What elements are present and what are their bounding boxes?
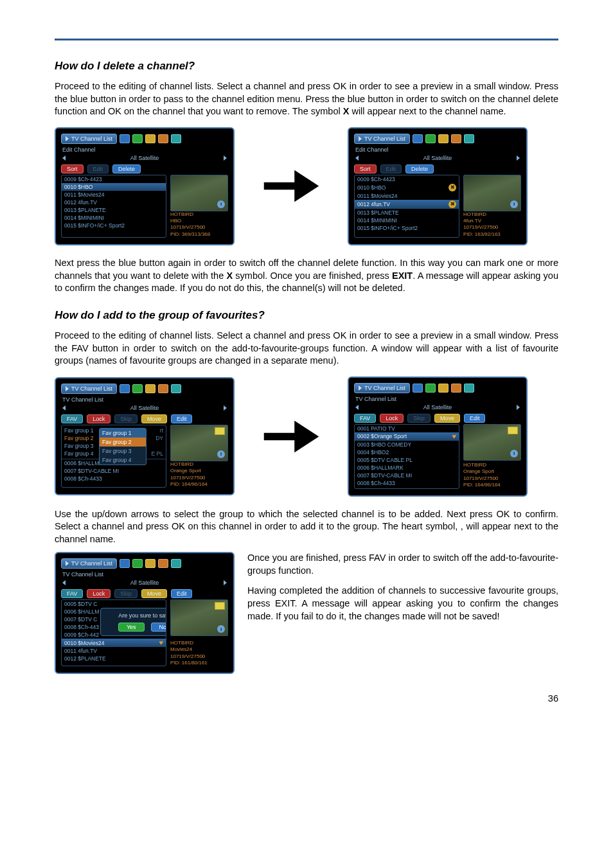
- screenshot-save: TV Channel List TV Channel List All Sate…: [55, 552, 235, 674]
- channel-row: 0007 $DTV-CABLE MI: [62, 467, 166, 475]
- delete-mark-icon: ✖: [449, 200, 456, 208]
- preview-window: i: [170, 425, 228, 461]
- pill-fav: FAV: [354, 414, 376, 423]
- page-top-rule: [55, 39, 558, 40]
- channel-row: 0012 $PLANETE: [62, 655, 166, 662]
- meta-line: PID: 164/96/164: [463, 482, 521, 488]
- channel-row: 0015 $INFO+/iC+ Sport2: [355, 224, 459, 232]
- fav-group: Fav group 4: [64, 450, 93, 457]
- toolbar-icon: [425, 134, 436, 143]
- chevron-right-icon: [224, 405, 227, 411]
- chevron-left-icon: [62, 155, 66, 161]
- satellite-name: All Satellite: [130, 580, 159, 586]
- preview-window: i: [463, 175, 521, 211]
- channel-list: 0009 $Ch-4423 0010 $HBO 0011 $Movies24 0…: [61, 175, 166, 238]
- toolbar-icon: [145, 559, 155, 568]
- info-icon: i: [510, 200, 518, 208]
- dialog-yes-button: Yes: [118, 623, 145, 632]
- toolbar-icon: [145, 384, 155, 393]
- para-fav-mid: Use the up/down arrows to select the gro…: [55, 508, 558, 546]
- toolbar-icon: [451, 134, 461, 143]
- pill-skip: Skip: [114, 414, 138, 423]
- para-delete-after: Next press the blue button again in orde…: [55, 257, 558, 295]
- fav-group-popup: Fav group 1 Fav group 2 Fav group 3 Fav …: [99, 428, 147, 465]
- pill-edit: Edit: [464, 414, 486, 423]
- heart-icon: ♥: [159, 639, 163, 646]
- channel-row: 0015 $INFO+/iC+ Sport2: [62, 222, 166, 229]
- meta-line: 10719/V/27500: [170, 653, 228, 660]
- panel-title: TV Channel List: [62, 396, 228, 403]
- toolbar-icon: [132, 134, 143, 143]
- channel-row: 0014 $MINIMINI: [62, 214, 166, 222]
- meta-line: PID: 369/313/368: [170, 231, 228, 238]
- channel-row: 0013 $PLANETE: [62, 206, 166, 214]
- tab-label: TV Channel List: [71, 136, 112, 142]
- satellite-name: All Satellite: [423, 155, 452, 161]
- figure-row-save: TV Channel List TV Channel List All Sate…: [55, 552, 558, 674]
- channel-row: 0012 4fun.TV: [62, 199, 166, 206]
- satellite-selector: All Satellite: [61, 579, 228, 587]
- channel-row: 0011 $Movies24: [355, 192, 459, 200]
- preview-window: i: [170, 175, 228, 211]
- pill-lock: Lock: [380, 414, 404, 423]
- satellite-name: All Satellite: [423, 404, 452, 411]
- play-icon: [66, 561, 69, 566]
- tab-tv-channel-list: TV Channel List: [61, 558, 117, 569]
- toolbar-icon: [451, 384, 461, 393]
- screenshot-edit-left: TV Channel List Edit Channel All Satelli…: [55, 127, 235, 246]
- bold-x: X: [226, 270, 233, 281]
- toolbar-icon: [171, 384, 181, 393]
- toolbar-icon: [120, 559, 130, 568]
- pill-edit-dim: Edit: [87, 164, 109, 173]
- panel-title: Edit Channel: [62, 146, 228, 153]
- satellite-selector: All Satellite: [354, 154, 521, 162]
- channel-row: 0003 $HBO COMEDY: [355, 441, 459, 448]
- channel-row: 0014 $MINIMINI: [355, 217, 459, 224]
- screenshot-fav-right: TV Channel List TV Channel List All Sate…: [348, 376, 528, 497]
- heart-icon: ♥: [452, 433, 456, 440]
- toolbar-icon: [132, 384, 143, 393]
- pill-edit-dim: Edit: [380, 164, 402, 173]
- meta-line: Orange Sport: [170, 468, 228, 474]
- info-icon: i: [510, 450, 518, 457]
- satellite-selector: All Satellite: [354, 403, 521, 411]
- pill-move: Move: [141, 414, 167, 423]
- screenshot-edit-right: TV Channel List Edit Channel All Satelli…: [348, 127, 528, 246]
- fav-popup-row-selected: Fav group 2: [100, 438, 146, 447]
- channel-list: 0009 $Ch-4423 0010 $HBO ✖ 0011 $Movies24…: [354, 175, 459, 238]
- save-dialog: Are you sure to save? Yes No: [100, 608, 166, 636]
- channel-list: 0005 $DTV C 0006 $HALLM 0007 $DTV C 0008…: [61, 599, 166, 666]
- figure-row-delete: TV Channel List Edit Channel All Satelli…: [55, 127, 558, 246]
- meta-line: HOTBIRD: [463, 462, 521, 468]
- channel-name: 0010 $HBO: [357, 184, 386, 191]
- channel-row-selected: 0010 $Movies24 ♥: [62, 639, 166, 647]
- channel-row: 0008 $Ch-4433: [62, 475, 166, 483]
- tab-tv-channel-list: TV Channel List: [61, 134, 117, 144]
- channel-row: 0011 $Movies24: [62, 191, 166, 199]
- channel-row-selected: 0012 4fun.TV ✖: [355, 200, 459, 209]
- toolbar-icon: [132, 559, 143, 568]
- channel-row: 0011 4fun.TV: [62, 647, 166, 655]
- toolbar-icon: [171, 559, 181, 568]
- toolbar-icon: [438, 134, 449, 143]
- page-number: 36: [55, 693, 558, 704]
- satellite-selector: All Satellite: [61, 154, 228, 162]
- fav-popup-row: Fav group 4: [100, 456, 146, 465]
- toolbar-icon: [158, 134, 168, 143]
- info-icon: i: [217, 450, 225, 458]
- channel-row: 0005 $DTV CABLE PL: [355, 456, 459, 464]
- figure-row-fav: TV Channel List TV Channel List All Sate…: [55, 376, 558, 497]
- tab-tv-channel-list: TV Channel List: [61, 384, 117, 394]
- chevron-left-icon: [355, 155, 359, 161]
- dialog-question: Are you sure to save?: [105, 612, 166, 619]
- para-delete-intro: Proceed to the editing of channel lists.…: [55, 80, 558, 118]
- toolbar-icon: [464, 384, 474, 393]
- tab-label: TV Channel List: [364, 136, 405, 142]
- channel-meta: HOTBIRD HBO 10719/V/27500 PID: 369/313/3…: [170, 211, 228, 238]
- channel-name: 0012 4fun.TV: [357, 201, 390, 208]
- chevron-right-icon: [517, 155, 520, 161]
- channel-row-selected: 0010 $HBO: [62, 183, 166, 191]
- pill-lock: Lock: [87, 414, 111, 423]
- para-fav-after-1: Once you are finished, press FAV in orde…: [247, 552, 558, 577]
- meta-line: HOTBIRD: [170, 461, 228, 468]
